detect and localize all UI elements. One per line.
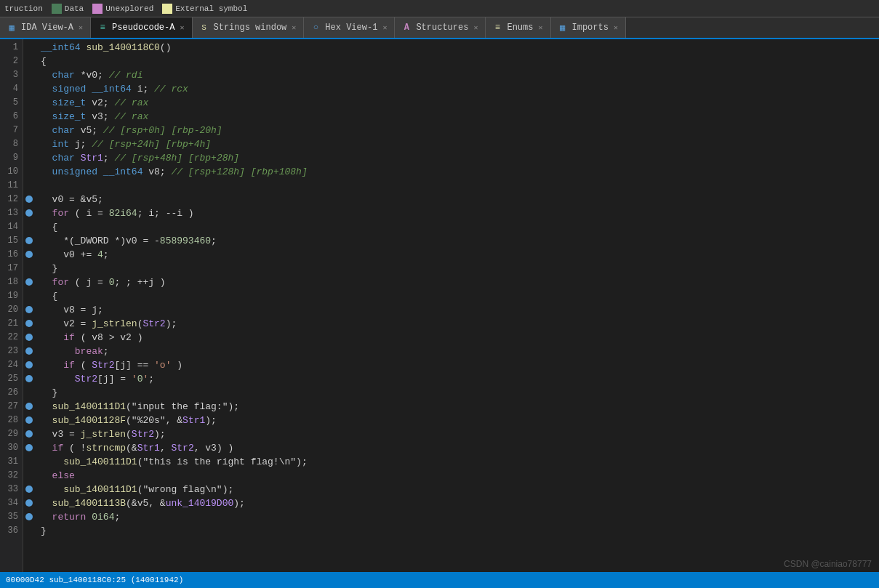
tab-structures[interactable]: A Structures ✕ [395, 17, 486, 38]
code-line: } [41, 262, 873, 275]
code-line: *(_DWORD *)v0 = -858993460; [41, 234, 873, 248]
code-line: __int64 sub_1400118C0() [41, 41, 873, 55]
tab-enums-label: Enums [507, 23, 533, 33]
code-line: { [41, 220, 873, 234]
tab-imports-label: Imports [572, 23, 609, 33]
code-line: v8 = j; [41, 303, 873, 317]
tab-pseudo-icon: ≡ [97, 22, 108, 33]
code-line: else [41, 469, 873, 483]
code-line: sub_1400111D1("this is the right flag!\n… [41, 455, 873, 469]
tab-ida-view[interactable]: ▦ IDA View-A ✕ [0, 17, 91, 38]
code-line: { [41, 55, 873, 68]
tab-struct-close[interactable]: ✕ [472, 23, 479, 33]
tab-strings[interactable]: S Strings window ✕ [193, 17, 305, 38]
code-line: size_t v3; // rax [41, 110, 873, 124]
tab-pseudocode[interactable]: ≡ Pseudocode-A ✕ [91, 17, 192, 39]
code-line: v2 = j_strlen(Str2); [41, 317, 873, 331]
breakpoint-dots [23, 39, 35, 572]
code-line: int j; // [rsp+24h] [rbp+4h] [41, 137, 873, 151]
tab-hex-label: Hex View-1 [325, 23, 377, 33]
legend-external-color [162, 4, 172, 14]
legend-data-label: Data [65, 4, 84, 13]
legend-bar: truction Data Unexplored External symbol [0, 0, 879, 17]
code-line: sub_14001113B(&v5, &unk_14019D00); [41, 496, 873, 510]
tab-struct-icon: A [401, 22, 412, 33]
legend-truction: truction [4, 4, 43, 13]
tab-imports-close[interactable]: ✕ [612, 23, 619, 33]
legend-external-label: External symbol [175, 4, 247, 13]
code-line: return 0i64; [41, 510, 873, 524]
tab-imports-icon: ▦ [557, 22, 569, 33]
legend-external: External symbol [162, 4, 247, 14]
tab-hex-close[interactable]: ✕ [381, 23, 388, 33]
code-line: v0 = &v5; [41, 193, 873, 206]
tab-strings-close[interactable]: ✕ [290, 23, 297, 33]
tab-pseudo-label: Pseudocode-A [112, 23, 174, 33]
tab-strings-icon: S [198, 22, 210, 33]
tab-ida-label: IDA View-A [21, 23, 73, 33]
code-line: size_t v2; // rax [41, 96, 873, 110]
code-line: if ( Str2[j] == 'o' ) [41, 358, 873, 372]
code-line: char Str1; // [rsp+48h] [rbp+28h] [41, 151, 873, 165]
tab-struct-label: Structures [416, 23, 468, 33]
legend-unexplored-label: Unexplored [105, 4, 153, 13]
tab-enums[interactable]: ≡ Enums ✕ [486, 17, 550, 38]
code-line: { [41, 289, 873, 303]
code-line: v3 = j_strlen(Str2); [41, 427, 873, 441]
legend-data-color [52, 4, 62, 14]
code-line: char *v0; // rdi [41, 68, 873, 82]
code-line: break; [41, 345, 873, 358]
code-line: Str2[j] = '0'; [41, 372, 873, 386]
tab-imports[interactable]: ▦ Imports ✕ [551, 17, 626, 38]
status-bar: 00000D42 sub_1400118C0:25 (140011942) [0, 572, 879, 588]
code-line: for ( j = 0; ; ++j ) [41, 275, 873, 289]
legend-data: Data [52, 4, 84, 14]
tab-ida-icon: ▦ [6, 22, 17, 33]
legend-unexplored-color [92, 4, 103, 14]
tab-ida-close[interactable]: ✕ [77, 23, 84, 33]
code-line: for ( i = 82i64; i; --i ) [41, 206, 873, 220]
code-line: sub_1400111D1("input the flag:"); [41, 400, 873, 414]
tab-strings-label: Strings window [214, 23, 287, 33]
code-line: } [41, 386, 873, 400]
code-line: char v5; // [rsp+0h] [rbp-20h] [41, 124, 873, 137]
main-area: 1234567891011121314151617181920212223242… [0, 39, 879, 572]
tab-bar: ▦ IDA View-A ✕ ≡ Pseudocode-A ✕ S String… [0, 17, 879, 39]
status-text: 00000D42 sub_1400118C0:25 (140011942) [6, 576, 183, 584]
tab-pseudo-close[interactable]: ✕ [178, 23, 185, 33]
tab-hex[interactable]: ○ Hex View-1 ✕ [304, 17, 395, 38]
tab-hex-icon: ○ [310, 22, 321, 33]
code-line: if ( v8 > v2 ) [41, 331, 873, 345]
code-line: sub_14001128F("%20s", &Str1); [41, 414, 873, 427]
line-number-gutter: 1234567891011121314151617181920212223242… [0, 39, 23, 572]
legend-unexplored: Unexplored [92, 4, 153, 14]
code-line [41, 179, 873, 193]
tab-enums-close[interactable]: ✕ [537, 23, 544, 33]
code-area[interactable]: __int64 sub_1400118C0(){ char *v0; // rd… [35, 39, 879, 572]
watermark: CSDN @cainiao78777 [784, 559, 872, 569]
code-line: unsigned __int64 v8; // [rsp+128h] [rbp+… [41, 165, 873, 179]
tab-enums-icon: ≡ [491, 22, 503, 33]
code-line: v0 += 4; [41, 248, 873, 262]
code-line: sub_1400111D1("wrong flag\n"); [41, 483, 873, 496]
code-line: signed __int64 i; // rcx [41, 82, 873, 96]
code-line: } [41, 524, 873, 538]
code-line: if ( !strncmp(&Str1, Str2, v3) ) [41, 441, 873, 455]
